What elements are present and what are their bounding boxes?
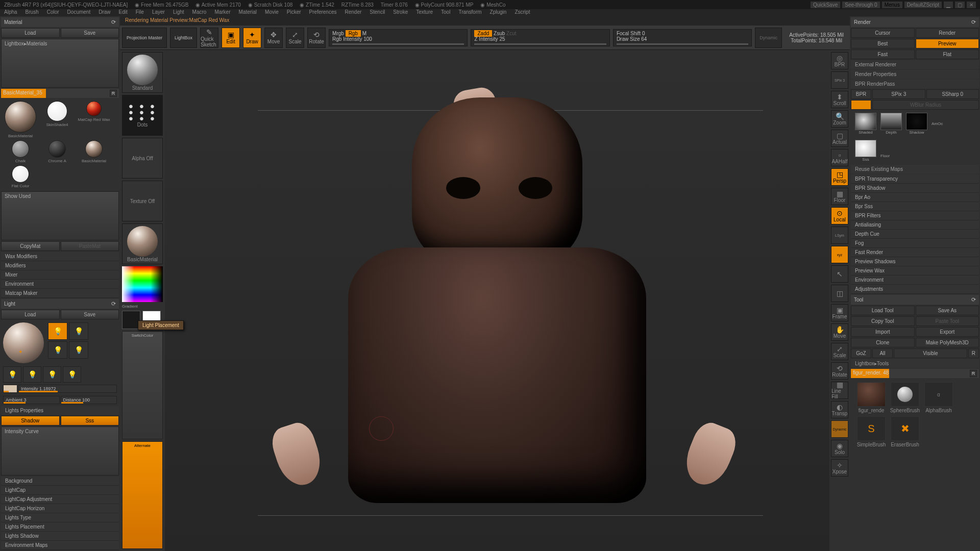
lsym-button[interactable]: LSym — [831, 227, 848, 244]
frame-button[interactable]: ▣Frame — [831, 304, 848, 321]
import-button[interactable]: Import — [851, 327, 915, 337]
render-button[interactable]: Render — [916, 28, 979, 38]
pastemat-button[interactable]: PasteMat — [61, 241, 119, 251]
light-3-toggle[interactable]: 💡 — [48, 341, 67, 359]
load-tool-button[interactable]: Load Tool — [851, 306, 915, 315]
depth-cue-section[interactable]: Depth Cue — [851, 230, 979, 239]
canvas-viewport[interactable] — [165, 50, 829, 551]
window-max-icon[interactable]: ▢ — [955, 2, 965, 8]
seethrough-slider[interactable]: See-through 0 — [842, 2, 879, 8]
light-1-toggle[interactable]: 💡 — [48, 322, 67, 340]
lightbox-materials-button[interactable]: Lightbox▸Materials — [1, 39, 119, 88]
light-intensity-slider[interactable]: Intensity 1.18972 — [18, 385, 117, 393]
goz-all-button[interactable]: All — [872, 348, 893, 358]
reuse-existing-maps[interactable]: Reuse Existing Maps — [851, 165, 979, 173]
alternate-button[interactable]: Alternate — [122, 441, 163, 549]
preview-button[interactable]: Preview — [916, 39, 979, 48]
material-basicmaterial[interactable]: BasicMaterial — [3, 101, 38, 138]
material-basicmaterial-2[interactable]: BasicMaterial — [77, 140, 111, 163]
wblur-slider[interactable]: WBlur Radius — [872, 100, 979, 110]
shaded-pass[interactable] — [855, 113, 876, 130]
lightbox-tools-button[interactable]: Lightbox▸Tools — [851, 359, 979, 368]
fast-render-section[interactable]: Fast Render — [851, 248, 979, 257]
render-properties-section[interactable]: Render Properties — [851, 70, 979, 79]
m-button[interactable]: M — [362, 31, 366, 36]
pf-indicator[interactable]: ↖ — [831, 265, 848, 283]
z-intensity-slider[interactable]: Z Intensity 25 — [474, 36, 606, 42]
copy-tool-button[interactable]: Copy Tool — [851, 316, 915, 326]
tool-eraserbrush[interactable]: ✖EraserBrush — [890, 416, 920, 447]
menu-document[interactable]: Document — [65, 9, 93, 16]
light-save-button[interactable]: Save — [61, 310, 119, 319]
draw-mode-button[interactable]: ✦Draw — [243, 28, 261, 48]
paste-tool-button[interactable]: Paste Tool — [916, 316, 979, 326]
r-badge[interactable]: R — [110, 90, 117, 97]
export-button[interactable]: Export — [916, 327, 979, 337]
current-tool-name[interactable]: figur_render. 48 — [853, 370, 889, 375]
tool-reload-icon[interactable]: ⟳ — [971, 296, 976, 303]
background-section[interactable]: Background — [1, 477, 119, 486]
edit-mode-button[interactable]: ▣Edit — [222, 28, 240, 48]
menu-alpha[interactable]: Alpha — [2, 9, 19, 16]
render-environment-section[interactable]: Environment — [851, 276, 979, 285]
menu-marker[interactable]: Marker — [212, 9, 232, 16]
adjustments-section[interactable]: Adjustments — [851, 285, 979, 294]
menu-render[interactable]: Render — [343, 9, 364, 16]
menu-brush[interactable]: Brush — [23, 9, 41, 16]
zsub-button[interactable]: Zsub — [494, 31, 505, 36]
shadow-button[interactable]: Shadow — [1, 416, 60, 425]
matcap-maker-section[interactable]: Matcap Maker — [1, 289, 119, 298]
vp-move-button[interactable]: ✋Move — [831, 323, 848, 341]
vp-rotate-button[interactable]: ⟲Rotate — [831, 362, 848, 380]
sss-button[interactable]: Sss — [61, 416, 119, 425]
bpr-shadow-section[interactable]: BPR Shadow — [851, 184, 979, 193]
default-zscript[interactable]: DefaultZScript — [904, 2, 942, 8]
material-chrome-a[interactable]: Chrome A — [40, 140, 75, 163]
bpr-transparency-section[interactable]: BPR Transparency — [851, 174, 979, 184]
material-reload-icon[interactable]: ⟳ — [111, 19, 116, 26]
light-preview-sphere[interactable] — [3, 322, 44, 363]
material-skinshade4[interactable]: SkinShade4 — [40, 101, 75, 138]
switchcolor-button[interactable]: SwitchColor — [122, 331, 163, 439]
move-mode-button[interactable]: ✥Move — [264, 28, 283, 48]
scale-mode-button[interactable]: ⤢Scale — [286, 28, 304, 48]
goz-button[interactable]: GoZ — [851, 348, 871, 358]
menu-layer[interactable]: Layer — [150, 9, 167, 16]
tool-alphabrush[interactable]: αAlphaBrush — [923, 382, 954, 413]
zoom-button[interactable]: 🔍Zoom — [831, 110, 848, 128]
mixer-section[interactable]: Mixer — [1, 270, 119, 280]
menu-light[interactable]: Light — [171, 9, 186, 16]
antialiasing-section[interactable]: Antialiasing — [851, 220, 979, 230]
menu-zplugin[interactable]: Zplugin — [488, 9, 509, 16]
menu-picker[interactable]: Picker — [285, 9, 303, 16]
bpr-sss-section[interactable]: Bpr Sss — [851, 202, 979, 211]
material-chalk[interactable]: Chalk — [3, 140, 38, 163]
transp-button[interactable]: ◐Transp — [831, 401, 848, 418]
environment-maps-section[interactable]: Environment Maps — [1, 541, 119, 550]
zadd-button[interactable]: Zadd — [474, 30, 492, 37]
material-save-button[interactable]: Save — [61, 28, 119, 38]
external-renderer-section[interactable]: External Renderer — [851, 60, 979, 69]
best-button[interactable]: Best — [851, 39, 915, 48]
copymat-button[interactable]: CopyMat — [1, 241, 60, 251]
lightcap-section[interactable]: LightCap — [1, 486, 119, 495]
dynamic-button[interactable]: Dynamic — [831, 420, 848, 438]
rgb-intensity-slider[interactable]: Rgb Intensity 100 — [332, 36, 464, 42]
bpr-icon-button[interactable]: BPR — [851, 89, 871, 99]
tool-spherebrush[interactable]: SphereBrush — [890, 382, 920, 413]
menu-stroke[interactable]: Stroke — [391, 9, 410, 16]
brush-thumbnail[interactable]: Standard — [122, 52, 163, 93]
render-reload-icon[interactable]: ⟳ — [971, 19, 976, 26]
sel-indicator[interactable]: ◫ — [831, 285, 848, 302]
depth-pass[interactable] — [880, 113, 902, 130]
menu-stencil[interactable]: Stencil — [368, 9, 387, 16]
zcut-button[interactable]: Zcut — [506, 31, 516, 36]
lightbox-button[interactable]: LightBox — [170, 28, 197, 48]
floor-button[interactable]: ▦Floor — [831, 188, 848, 205]
projection-master-button[interactable]: Projection Master — [122, 28, 167, 48]
menu-tool[interactable]: Tool — [439, 9, 452, 16]
modifiers-section[interactable]: Modifiers — [1, 261, 119, 270]
light-load-button[interactable]: Load — [1, 310, 60, 319]
bpr-filters-section[interactable]: BPR Filters — [851, 211, 979, 220]
menu-movie[interactable]: Movie — [263, 9, 281, 16]
